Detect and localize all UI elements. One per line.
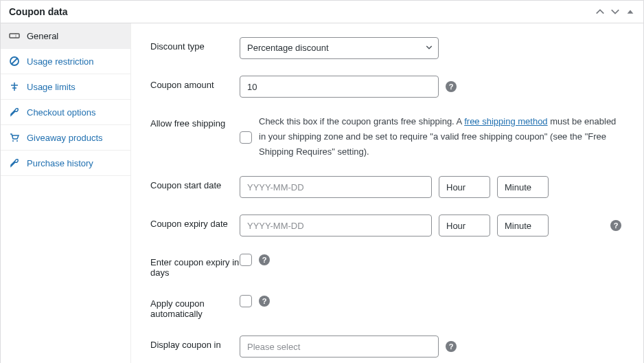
coupon-amount-row: Coupon amount ?: [150, 76, 624, 98]
free-shipping-label: Allow free shipping: [150, 114, 240, 129]
svg-rect-1: [10, 34, 19, 38]
cart-icon: [9, 132, 20, 143]
panel-header-controls: [595, 7, 635, 16]
svg-point-8: [12, 140, 14, 142]
expiry-date-row: Coupon expiry date ?: [150, 214, 624, 236]
discount-type-row: Discount type Percentage discount: [150, 37, 624, 59]
sidebar-item-general[interactable]: General: [1, 23, 130, 49]
expiry-date-input[interactable]: [240, 214, 432, 236]
display-in-label: Display coupon in: [150, 336, 240, 350]
start-date-label: Coupon start date: [150, 176, 240, 190]
help-icon[interactable]: ?: [610, 220, 621, 231]
sidebar-item-label: General: [27, 31, 58, 41]
help-icon[interactable]: ?: [446, 81, 457, 92]
coupon-amount-label: Coupon amount: [150, 76, 240, 90]
wrench-icon: [9, 107, 20, 118]
sidebar-item-purchase-history[interactable]: Purchase history: [1, 151, 130, 176]
sidebar-item-usage-limits[interactable]: Usage limits: [1, 74, 130, 100]
start-date-input[interactable]: [240, 176, 432, 198]
display-in-row: Display coupon in Please select ?: [150, 336, 624, 358]
svg-line-4: [12, 58, 17, 64]
start-date-row: Coupon start date: [150, 176, 624, 198]
coupon-amount-input[interactable]: [240, 76, 439, 98]
display-in-select[interactable]: Please select: [240, 336, 439, 358]
expiry-minute-input[interactable]: [497, 214, 549, 236]
expiry-in-days-label: Enter coupon expiry in days: [150, 253, 240, 278]
display-in-placeholder: Please select: [247, 342, 300, 352]
sidebar-item-label: Purchase history: [27, 158, 93, 168]
free-shipping-checkbox[interactable]: [240, 131, 252, 144]
free-shipping-row: Allow free shipping Check this box if th…: [150, 114, 624, 160]
panel-header: Coupon data: [1, 1, 643, 23]
sidebar-item-label: Checkout options: [27, 107, 95, 118]
move-down-button[interactable]: [610, 7, 620, 16]
sidebar-item-giveaway-products[interactable]: Giveaway products: [1, 125, 130, 151]
sidebar-tabs: GeneralUsage restrictionUsage limitsChec…: [1, 23, 131, 363]
start-hour-input[interactable]: [439, 176, 490, 198]
expiry-in-days-row: Enter coupon expiry in days ?: [150, 253, 624, 278]
sidebar-item-label: Usage limits: [27, 82, 76, 92]
collapse-toggle[interactable]: [625, 7, 635, 16]
help-icon[interactable]: ?: [259, 296, 270, 307]
free-shipping-method-link[interactable]: free shipping method: [464, 116, 547, 126]
free-shipping-description: Check this box if the coupon grants free…: [259, 114, 623, 160]
help-icon[interactable]: ?: [259, 254, 270, 265]
expiry-hour-input[interactable]: [439, 214, 490, 236]
svg-point-9: [16, 140, 18, 142]
limits-icon: [9, 81, 20, 92]
ticket-icon: [9, 30, 20, 41]
ban-icon: [9, 56, 20, 67]
svg-marker-0: [628, 10, 634, 13]
expiry-in-days-checkbox[interactable]: [240, 254, 252, 266]
sidebar-item-usage-restriction[interactable]: Usage restriction: [1, 49, 130, 74]
help-icon[interactable]: ?: [446, 341, 457, 352]
move-up-button[interactable]: [595, 7, 605, 16]
general-tab-content: Discount type Percentage discount Coupon…: [131, 23, 643, 363]
discount-type-select[interactable]: Percentage discount: [240, 37, 439, 59]
panel-title: Coupon data: [9, 6, 68, 17]
sidebar-item-label: Giveaway products: [27, 133, 103, 143]
auto-apply-label: Apply coupon automatically: [150, 294, 240, 319]
auto-apply-row: Apply coupon automatically ?: [150, 294, 624, 319]
sidebar-item-label: Usage restriction: [27, 56, 94, 67]
wrench-icon: [9, 157, 20, 168]
auto-apply-checkbox[interactable]: [240, 295, 252, 307]
sidebar-item-checkout-options[interactable]: Checkout options: [1, 100, 130, 125]
start-minute-input[interactable]: [497, 176, 549, 198]
coupon-data-panel: Coupon data GeneralUsage restrictionUsag…: [0, 0, 644, 363]
expiry-date-label: Coupon expiry date: [150, 214, 240, 229]
discount-type-label: Discount type: [150, 37, 240, 52]
